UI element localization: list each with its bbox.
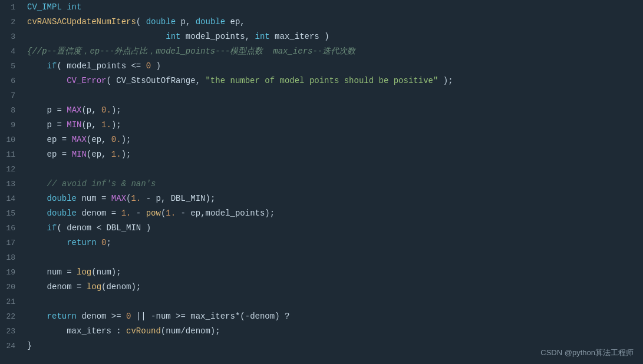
token: denom) ?	[250, 312, 289, 321]
token: - ep,model_points);	[176, 209, 275, 218]
token: - p, DBL_MIN);	[141, 194, 215, 203]
token: log	[87, 282, 101, 292]
line-number: 20	[0, 280, 22, 294]
table-row: 16 if( denom < DBL_MIN )	[0, 221, 643, 236]
token: log	[77, 267, 91, 277]
token	[116, 209, 121, 218]
token: int	[166, 32, 180, 41]
token: =	[67, 267, 71, 277]
token	[27, 61, 47, 71]
token	[81, 282, 86, 292]
token: int	[255, 32, 270, 41]
token: 1.	[101, 120, 111, 130]
token: return	[67, 238, 96, 247]
line-code: CV_IMPL int	[22, 0, 643, 15]
code-table: 1CV_IMPL int2cvRANSACUpdateNumIters( dou…	[0, 0, 643, 353]
line-number: 21	[0, 294, 22, 309]
token: (p,	[81, 105, 101, 115]
table-row: 11 ep = MIN(ep, 1.);	[0, 147, 643, 162]
token: );	[121, 150, 131, 159]
token: num	[27, 267, 67, 277]
token: =	[57, 105, 61, 115]
token	[67, 135, 71, 144]
line-number: 12	[0, 162, 22, 177]
token: >=	[176, 312, 186, 321]
code-container: 1CV_IMPL int2cvRANSACUpdateNumIters( dou…	[0, 0, 643, 364]
token: ep	[27, 135, 62, 144]
token	[72, 267, 77, 277]
token: pow	[146, 209, 161, 218]
line-number: 15	[0, 206, 22, 221]
line-number: 3	[0, 29, 22, 44]
table-row: 2cvRANSACUpdateNumIters( double p, doubl…	[0, 15, 643, 29]
line-code: if( model_points <= 0 )	[22, 59, 643, 74]
table-row: 21	[0, 294, 643, 309]
line-code	[22, 162, 643, 177]
token: 1.	[131, 194, 141, 203]
token	[27, 32, 166, 41]
token	[121, 312, 126, 321]
line-code: p = MAX(p, 0.);	[22, 103, 643, 118]
token: model_points,	[180, 32, 255, 41]
line-code: return denom >= 0 || -num >= max_iters*(…	[22, 309, 643, 324]
token: CV_Error	[67, 76, 106, 85]
token: =	[62, 150, 67, 159]
token: double	[47, 194, 77, 203]
token: MIN	[67, 120, 81, 130]
table-row: 5 if( model_points <= 0 )	[0, 59, 643, 74]
line-code	[22, 250, 643, 265]
table-row: 1CV_IMPL int	[0, 0, 643, 15]
token	[27, 209, 47, 218]
table-row: 13 // avoid inf's & nan's	[0, 177, 643, 191]
line-code: denom = log(denom);	[22, 280, 643, 294]
token: (p,	[81, 120, 101, 130]
line-number: 14	[0, 191, 22, 206]
token: 1.	[111, 150, 121, 159]
line-code: // avoid inf's & nan's	[22, 177, 643, 191]
token	[97, 238, 101, 247]
line-code: if( denom < DBL_MIN )	[22, 221, 643, 236]
token: ep,	[225, 17, 245, 27]
token: 1.	[121, 209, 131, 218]
line-code	[22, 294, 643, 309]
token: (num/denom);	[161, 326, 220, 336]
line-number: 7	[0, 88, 22, 103]
token: -	[245, 312, 250, 321]
token: (ep,	[87, 150, 111, 159]
line-number: 5	[0, 59, 22, 74]
token	[62, 2, 67, 12]
token: double	[146, 17, 176, 27]
token: p	[27, 120, 57, 130]
token: "the number of model points should be po…	[205, 76, 438, 85]
token: (ep,	[87, 135, 111, 144]
token: 0.	[111, 135, 121, 144]
table-row: 8 p = MAX(p, 0.);	[0, 103, 643, 118]
token: cvRound	[126, 326, 161, 336]
line-code: return 0;	[22, 236, 643, 250]
table-row: 4{//p--置信度，ep---外点占比，model_points---模型点数…	[0, 44, 643, 59]
line-number: 22	[0, 309, 22, 324]
token: );	[438, 76, 453, 85]
token	[27, 194, 47, 203]
line-number: 1	[0, 0, 22, 15]
token: p	[27, 105, 57, 115]
token: cvRANSACUpdateNumIters	[27, 17, 136, 27]
token: );	[121, 135, 131, 144]
table-row: 6 CV_Error( CV_StsOutOfRange, "the numbe…	[0, 74, 643, 88]
token: double	[47, 209, 77, 218]
token: );	[111, 120, 121, 130]
token	[27, 76, 67, 85]
table-row: 12	[0, 162, 643, 177]
token: if	[47, 223, 57, 233]
token: -	[131, 209, 146, 218]
table-row: 23 max_iters : cvRound(num/denom);	[0, 324, 643, 339]
table-row: 18	[0, 250, 643, 265]
line-number: 2	[0, 15, 22, 29]
token: if	[47, 61, 57, 71]
token: {//p--置信度，ep---外点占比，model_points---模型点数 …	[27, 47, 355, 56]
table-row: 15 double denom = 1. - pow(1. - ep,model…	[0, 206, 643, 221]
token: MAX	[67, 105, 81, 115]
line-code: max_iters : cvRound(num/denom);	[22, 324, 643, 339]
token: 1.	[166, 209, 176, 218]
token: p,	[176, 17, 196, 27]
